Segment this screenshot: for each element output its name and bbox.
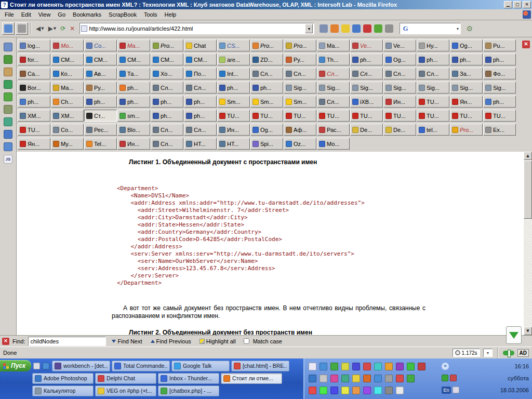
- bookmark-button[interactable]: ph...: [250, 82, 283, 94]
- tray-icon[interactable]: [396, 363, 404, 370]
- gear-arrows-icon[interactable]: ⚙: [466, 24, 473, 33]
- bookmark-button[interactable]: Ко...: [51, 68, 84, 79]
- menu-go[interactable]: Go: [54, 10, 69, 19]
- bookmark-button[interactable]: Сл...: [317, 68, 350, 79]
- language-indicator[interactable]: En: [442, 387, 451, 394]
- bookmark-button[interactable]: Pro...: [284, 39, 316, 51]
- keyboard-icon[interactable]: [453, 387, 459, 393]
- bookmark-button[interactable]: Хо...: [151, 68, 183, 79]
- bookmark-button[interactable]: Sig...: [483, 82, 516, 94]
- tray-collapse-icon[interactable]: «: [442, 363, 449, 370]
- bookmark-button[interactable]: HT...: [217, 138, 250, 150]
- minimize-button[interactable]: ▁: [504, 1, 512, 8]
- bookmark-button[interactable]: ph...: [151, 110, 183, 122]
- bookmark-button[interactable]: Ру...: [284, 54, 316, 65]
- bookmark-button[interactable]: TU...: [417, 96, 449, 108]
- taskbar-button[interactable]: Delphi Chat: [95, 373, 156, 384]
- bookmark-button[interactable]: Му...: [51, 138, 84, 150]
- url-bar[interactable]: ▼: [79, 23, 314, 34]
- menu-edit[interactable]: Edit: [18, 10, 35, 19]
- tray-icon[interactable]: [396, 387, 404, 394]
- search-bar[interactable]: G ▼: [400, 23, 461, 34]
- bookmark-button[interactable]: are...: [217, 54, 250, 65]
- tray-icon[interactable]: [363, 387, 371, 394]
- quick-launch-icon[interactable]: [43, 363, 49, 369]
- highlight-all-button[interactable]: Highlight all: [197, 337, 238, 346]
- bookmark-button[interactable]: Та...: [117, 68, 150, 79]
- bookmark-button[interactable]: Са...: [18, 68, 50, 79]
- taskbar-button[interactable]: Inbox - Thunder...: [158, 373, 219, 384]
- tray-icon[interactable]: [341, 387, 349, 394]
- bookmark-button[interactable]: HT...: [184, 138, 217, 150]
- bookmark-button[interactable]: Sig...: [450, 82, 483, 94]
- tray-icon[interactable]: [407, 363, 415, 370]
- statusbar-dropdown[interactable]: ▼: [483, 349, 493, 357]
- scrollbar-thumb[interactable]: [524, 161, 532, 219]
- bookmarks-close-icon[interactable]: ✕: [522, 41, 530, 48]
- bookmark-button[interactable]: Sig...: [383, 82, 416, 94]
- bookmark-button[interactable]: Sig...: [417, 82, 449, 94]
- bookmark-button[interactable]: Pu...: [483, 39, 516, 51]
- bookmark-button[interactable]: Pro...: [450, 124, 483, 136]
- bookmark-button[interactable]: Sm...: [250, 96, 283, 108]
- forward-button[interactable]: ▶▼: [47, 22, 58, 35]
- bookmark-button[interactable]: Tel...: [84, 138, 117, 150]
- bookmark-button[interactable]: ph...: [184, 96, 217, 108]
- sidebar-notes-pencil-icon[interactable]: [4, 105, 12, 114]
- bookmark-button[interactable]: Сл...: [284, 68, 316, 79]
- find-input[interactable]: [28, 337, 106, 346]
- taskbar-button[interactable]: [chatbox.php] - ...: [158, 385, 219, 396]
- bookmark-button[interactable]: TU...: [250, 110, 283, 122]
- scroll-up-icon[interactable]: ▲: [524, 152, 532, 160]
- tray-icon[interactable]: [407, 375, 415, 382]
- palette-icon[interactable]: [330, 24, 339, 33]
- bookmark-button[interactable]: Ав...: [84, 68, 117, 79]
- tray-icon[interactable]: [363, 363, 371, 370]
- bookmark-button[interactable]: Сл...: [417, 68, 449, 79]
- forward-dropdown-icon[interactable]: ▼: [54, 26, 56, 31]
- bookmark-button[interactable]: Сл...: [383, 68, 416, 79]
- bookmark-button[interactable]: Ин...: [383, 96, 416, 108]
- sidebar-pages-icon[interactable]: [4, 43, 12, 51]
- bookmark-button[interactable]: ph...: [483, 54, 516, 65]
- bookmark-button[interactable]: Рес...: [84, 124, 117, 136]
- bookmark-button[interactable]: Chat: [184, 39, 217, 51]
- star-icon[interactable]: [341, 24, 350, 33]
- tray-icon[interactable]: [385, 387, 393, 394]
- print-button[interactable]: [16, 22, 28, 35]
- taskbar-button[interactable]: Adobe Photoshop: [32, 373, 94, 384]
- taskbar-button[interactable]: [chat.html] - BRE...: [231, 361, 289, 371]
- tray-icon[interactable]: [309, 387, 316, 394]
- proxy-toggle-icon[interactable]: [503, 351, 514, 355]
- search-input[interactable]: [410, 25, 456, 32]
- tray-icon[interactable]: [385, 375, 393, 382]
- bookmark-button[interactable]: ph...: [18, 96, 50, 108]
- bookmark-button[interactable]: Blo...: [117, 124, 150, 136]
- bookmark-button[interactable]: ZD...: [250, 54, 283, 65]
- sidebar-calculator-icon[interactable]: [4, 117, 12, 126]
- url-input[interactable]: [89, 24, 305, 33]
- bookmark-button[interactable]: Ин...: [117, 138, 150, 150]
- taskbar-button[interactable]: Стоит ли отме...: [221, 373, 282, 384]
- bookmark-button[interactable]: Аф...: [284, 124, 316, 136]
- bookmark-button[interactable]: Мо...: [51, 39, 84, 51]
- bookmark-button[interactable]: XM...: [51, 110, 84, 122]
- bookmark-button[interactable]: Ма...: [51, 82, 84, 94]
- menu-bookmarks[interactable]: Bookmarks: [69, 10, 105, 19]
- findbar-close-icon[interactable]: ✕: [2, 338, 9, 345]
- bookmark-button[interactable]: Сл...: [250, 68, 283, 79]
- bookmark-button[interactable]: ph...: [84, 96, 117, 108]
- menu-scrapbook[interactable]: ScrapBook: [105, 10, 140, 19]
- bookmark-button[interactable]: Ve...: [350, 39, 383, 51]
- bookmark-button[interactable]: ph...: [151, 96, 183, 108]
- tray-icon[interactable]: [396, 375, 404, 382]
- tray-icon[interactable]: [330, 387, 338, 394]
- bookmark-button[interactable]: Sig...: [284, 82, 316, 94]
- bookmark-button[interactable]: СМ...: [151, 54, 183, 65]
- bookmark-button[interactable]: De...: [350, 124, 383, 136]
- search-dropdown-icon[interactable]: ▼: [456, 27, 459, 31]
- bookmark-button[interactable]: Ин...: [217, 124, 250, 136]
- bookmark-button[interactable]: Со...: [84, 39, 117, 51]
- tray-icon[interactable]: [330, 375, 338, 382]
- bookmark-button[interactable]: За...: [450, 68, 483, 79]
